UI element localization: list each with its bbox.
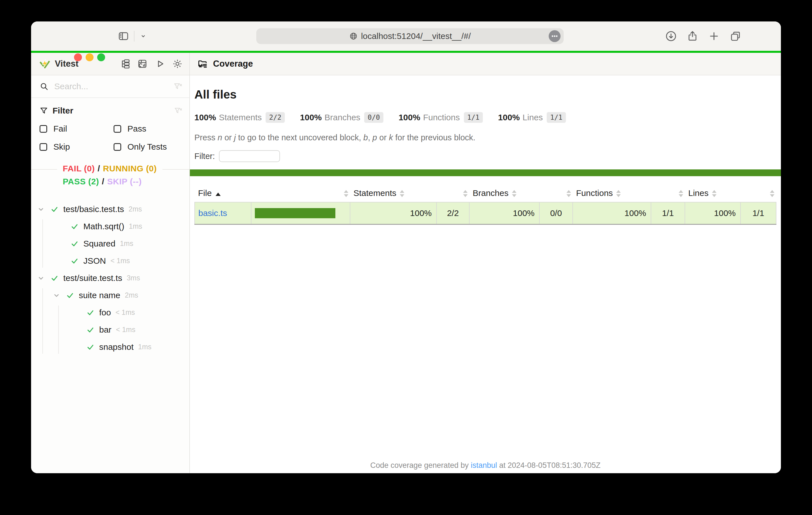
sort-statements-fraction[interactable]	[436, 184, 469, 202]
tree-item-test[interactable]: snapshot 1ms	[31, 338, 189, 356]
test-label: Math.sqrt()	[83, 222, 124, 231]
sidebar-toggle-icon[interactable]	[118, 30, 129, 42]
address-bar-url: localhost:51204/__vitest__/#/	[361, 31, 471, 41]
checkbox-label: Fail	[53, 124, 67, 133]
clear-filter-icon[interactable]	[174, 107, 182, 115]
tree-item-suite[interactable]: suite name 2ms	[31, 286, 189, 304]
address-bar[interactable]: localhost:51204/__vitest__/#/	[256, 28, 564, 44]
lines-frac-cell: 1/1	[741, 202, 776, 224]
statements-frac-cell: 2/2	[436, 202, 469, 224]
fraction-badge: 1/1	[547, 112, 566, 123]
filter-section: Filter Fail Pass	[31, 98, 189, 170]
filter-checkbox-fail[interactable]: Fail	[39, 124, 114, 133]
coverage-stats: 100% Statements 2/2 100% Branches 0/0 10…	[194, 112, 781, 123]
check-icon	[86, 343, 99, 351]
sort-branches-fraction[interactable]	[539, 184, 573, 202]
file-link[interactable]: basic.ts	[198, 208, 227, 218]
fraction-badge: 0/0	[364, 112, 383, 123]
coverage-bar-cell	[251, 202, 350, 224]
chevron-down-icon[interactable]	[37, 205, 50, 213]
sorter-icon	[512, 190, 517, 197]
report-folder-icon	[197, 58, 208, 69]
page-title: All files	[194, 88, 781, 101]
statements-pct-cell: 100%	[350, 202, 436, 224]
tab-overview-icon[interactable]	[729, 30, 742, 42]
column-header-statements[interactable]: Statements	[350, 184, 436, 202]
indent-guide	[58, 305, 59, 354]
check-icon	[66, 291, 79, 300]
filter-checkbox-pass[interactable]: Pass	[114, 124, 182, 133]
report-filter: Filter:	[194, 150, 781, 162]
coverage-report: All files 100% Statements 2/2 100% Branc…	[190, 75, 781, 473]
report-filter-input[interactable]	[219, 150, 280, 162]
chevron-down-icon[interactable]	[139, 32, 147, 40]
sort-picture-column[interactable]	[251, 184, 350, 202]
check-icon	[70, 222, 83, 231]
filter-checkbox-skip[interactable]: Skip	[39, 142, 114, 152]
tree-item-test[interactable]: bar < 1ms	[31, 321, 189, 338]
checkbox[interactable]	[114, 143, 121, 151]
column-header-file[interactable]: File	[195, 184, 251, 202]
test-duration: 3ms	[126, 274, 140, 282]
test-duration: < 1ms	[116, 308, 135, 316]
toolbar-divider	[134, 31, 135, 41]
search-input[interactable]	[54, 81, 168, 91]
clear-search-filter-icon[interactable]	[173, 82, 182, 91]
running-count: RUNNING (0)	[103, 164, 157, 173]
globe-icon	[349, 32, 358, 40]
minimize-window-button[interactable]	[86, 53, 93, 61]
tree-view-icon[interactable]	[120, 59, 130, 69]
fraction-badge: 1/1	[464, 112, 483, 123]
check-icon	[86, 308, 99, 317]
sort-asc-icon	[215, 192, 221, 196]
filter-title: Filter	[53, 106, 73, 116]
checkbox-label: Pass	[127, 124, 146, 133]
istanbul-link[interactable]: istanbul	[471, 461, 497, 469]
checkbox[interactable]	[39, 143, 47, 151]
downloads-icon[interactable]	[665, 30, 677, 42]
traffic-lights	[74, 53, 105, 61]
pass-count: PASS (2)	[63, 177, 99, 186]
chevron-down-icon[interactable]	[37, 274, 50, 282]
more-options-icon[interactable]	[548, 30, 561, 42]
coverage-title: Coverage	[213, 59, 253, 69]
run-all-icon[interactable]	[155, 59, 165, 69]
new-tab-icon[interactable]	[708, 30, 720, 42]
sorter-icon	[463, 190, 468, 197]
sort-lines-fraction[interactable]	[741, 184, 776, 202]
tree-item-file[interactable]: test/suite.test.ts 3ms	[31, 269, 189, 286]
checkbox[interactable]	[39, 125, 47, 133]
search-bar	[31, 75, 189, 98]
test-duration: 2ms	[128, 205, 142, 213]
zoom-window-button[interactable]	[97, 53, 105, 61]
coverage-panel: Coverage All files 100% Statements 2/2 1…	[190, 53, 781, 473]
test-duration: 1ms	[138, 343, 151, 351]
filter-checkbox-only-tests[interactable]: Only Tests	[114, 142, 182, 152]
close-window-button[interactable]	[74, 53, 82, 61]
tree-item-test[interactable]: Squared 1ms	[31, 235, 189, 252]
checkbox[interactable]	[114, 125, 121, 133]
dashboard-icon[interactable]	[137, 59, 147, 69]
column-header-branches[interactable]: Branches	[469, 184, 539, 202]
stat-functions: 100% Functions 1/1	[399, 112, 483, 123]
tree-item-test[interactable]: JSON < 1ms	[31, 252, 189, 269]
share-icon[interactable]	[687, 30, 698, 42]
tree-item-test[interactable]: Math.sqrt() 1ms	[31, 218, 189, 235]
tree-item-file[interactable]: test/basic.test.ts 2ms	[31, 201, 189, 218]
keyboard-hint: Press n or j to go to the next uncovered…	[194, 133, 781, 142]
test-label: foo	[99, 308, 111, 317]
browser-toolbar: localhost:51204/__vitest__/#/	[31, 22, 781, 51]
column-header-functions[interactable]: Functions	[573, 184, 651, 202]
sort-functions-fraction[interactable]	[651, 184, 685, 202]
stat-statements: 100% Statements 2/2	[194, 112, 285, 123]
tree-item-test[interactable]: foo < 1ms	[31, 304, 189, 321]
check-icon	[70, 239, 83, 248]
theme-toggle-icon[interactable]	[172, 59, 182, 69]
column-header-lines[interactable]: Lines	[685, 184, 741, 202]
test-label: suite name	[79, 291, 120, 300]
sorter-icon	[344, 190, 348, 197]
chevron-down-icon[interactable]	[52, 291, 66, 300]
indent-guide	[42, 288, 43, 354]
stat-branches: 100% Branches 0/0	[300, 112, 383, 123]
sidebar-header: Vitest	[31, 53, 189, 75]
